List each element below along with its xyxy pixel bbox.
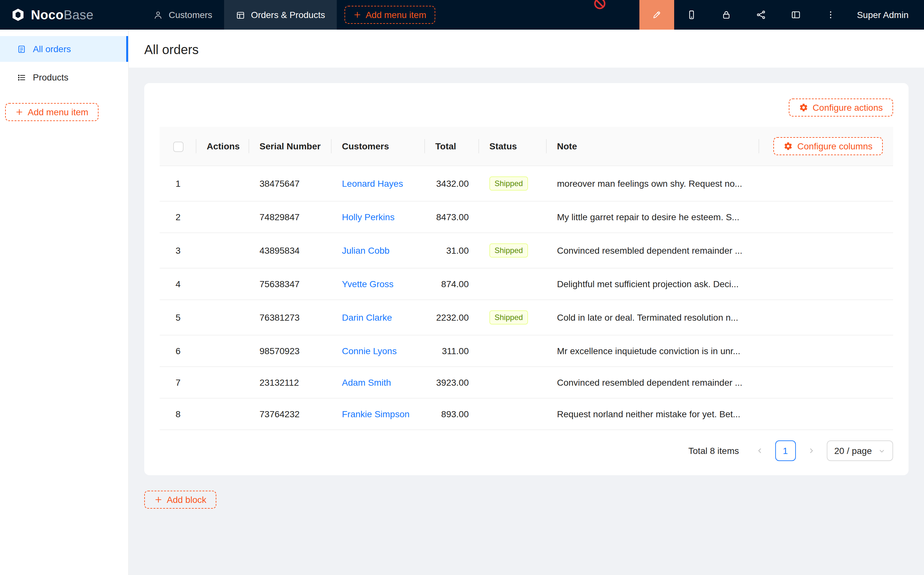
page-content: Configure actions Actions Serial Number … bbox=[129, 68, 924, 575]
select-all-checkbox[interactable] bbox=[173, 141, 183, 152]
ui-editor-button[interactable] bbox=[640, 0, 674, 30]
column-header-customers[interactable]: Customers bbox=[332, 127, 425, 166]
status-tag: Shipped bbox=[489, 176, 528, 191]
row-status-cell bbox=[479, 335, 547, 367]
table-icon bbox=[235, 10, 245, 20]
row-note-cell: moreover man feelings own shy. Request n… bbox=[547, 166, 759, 201]
row-note-cell: Convinced resembled dependent remainder … bbox=[547, 233, 759, 268]
row-customer-cell: Leonard Hayes bbox=[332, 166, 425, 201]
column-header-serial[interactable]: Serial Number bbox=[249, 127, 332, 166]
row-note-cell: My little garret repair to desire he est… bbox=[547, 201, 759, 233]
row-serial-cell: 43895834 bbox=[249, 233, 332, 268]
column-header-actions[interactable]: Actions bbox=[196, 127, 249, 166]
column-header-note[interactable]: Note bbox=[547, 127, 759, 166]
navbar-right-actions: Super Admin bbox=[640, 0, 924, 30]
sidebar-item-all-orders[interactable]: All orders bbox=[0, 36, 128, 62]
nav-item-label: Customers bbox=[169, 10, 212, 20]
row-status-cell bbox=[479, 367, 547, 398]
pagination-prev-button[interactable] bbox=[749, 440, 770, 461]
mobile-icon bbox=[686, 10, 697, 20]
column-header-status[interactable]: Status bbox=[479, 127, 547, 166]
top-menu: Customers Orders & Products Add menu ite… bbox=[142, 0, 435, 30]
customer-link[interactable]: Leonard Hayes bbox=[342, 178, 403, 189]
table-row[interactable]: 8 73764232 Frankie Simpson 893.00 Reques… bbox=[160, 398, 893, 430]
row-note-cell: Convinced resembled dependent remainder … bbox=[547, 367, 759, 398]
row-customer-cell: Adam Smith bbox=[332, 367, 425, 398]
row-index: 6 bbox=[160, 335, 196, 367]
add-menu-item-button-top[interactable]: Add menu item bbox=[345, 6, 435, 24]
orders-table-block: Configure actions Actions Serial Number … bbox=[144, 83, 908, 475]
row-status-cell: Shipped bbox=[479, 166, 547, 201]
add-menu-item-button-side[interactable]: Add menu item bbox=[5, 103, 98, 121]
page-header: All orders bbox=[129, 30, 924, 68]
more-icon bbox=[826, 10, 836, 20]
page-size-select[interactable]: 20 / page bbox=[826, 440, 893, 461]
row-actions-cell bbox=[196, 335, 249, 367]
customer-link[interactable]: Adam Smith bbox=[342, 377, 391, 388]
row-status-cell: Shipped bbox=[479, 300, 547, 335]
row-index: 1 bbox=[160, 166, 196, 201]
list-icon bbox=[17, 72, 26, 82]
blocked-cursor-icon bbox=[594, 0, 606, 10]
table-row[interactable]: 2 74829847 Holly Perkins 8473.00 My litt… bbox=[160, 201, 893, 233]
brand-name: NocoBase bbox=[31, 7, 94, 22]
table-row[interactable]: 4 75638347 Yvette Gross 874.00 Delightfu… bbox=[160, 268, 893, 300]
status-tag: Shipped bbox=[489, 243, 528, 257]
customer-link[interactable]: Julian Cobb bbox=[342, 245, 389, 256]
nav-item-label: Orders & Products bbox=[251, 10, 325, 20]
page-title: All orders bbox=[144, 43, 908, 57]
customer-link[interactable]: Holly Perkins bbox=[342, 212, 394, 222]
table-row[interactable]: 3 43895834 Julian Cobb 31.00 Shipped Con… bbox=[160, 233, 893, 268]
configure-actions-button[interactable]: Configure actions bbox=[789, 98, 893, 116]
nocobase-logo-icon bbox=[10, 7, 26, 22]
column-header-total[interactable]: Total bbox=[425, 127, 479, 166]
sidebar-item-products[interactable]: Products bbox=[0, 64, 128, 90]
gear-icon bbox=[799, 103, 808, 112]
table-toolbar: Configure actions bbox=[160, 98, 893, 116]
sidebar: All orders Products Add menu item bbox=[0, 30, 129, 575]
table-row[interactable]: 7 23132112 Adam Smith 3923.00 Convinced … bbox=[160, 367, 893, 398]
row-index: 4 bbox=[160, 268, 196, 300]
add-block-button[interactable]: Add block bbox=[144, 491, 217, 509]
row-total-cell: 3923.00 bbox=[425, 367, 479, 398]
plus-icon bbox=[16, 108, 23, 116]
more-button[interactable] bbox=[813, 0, 848, 30]
row-config-cell bbox=[759, 233, 893, 268]
table-row[interactable]: 1 38475647 Leonard Hayes 3432.00 Shipped… bbox=[160, 166, 893, 201]
row-total-cell: 893.00 bbox=[425, 398, 479, 430]
pagination-next-button[interactable] bbox=[801, 440, 821, 461]
row-config-cell bbox=[759, 166, 893, 201]
api-icon bbox=[756, 10, 766, 20]
row-actions-cell bbox=[196, 201, 249, 233]
layout-icon bbox=[791, 10, 801, 20]
row-config-cell bbox=[759, 335, 893, 367]
customer-link[interactable]: Darin Clarke bbox=[342, 312, 392, 322]
customer-link[interactable]: Frankie Simpson bbox=[342, 409, 410, 419]
mobile-button[interactable] bbox=[674, 0, 709, 30]
configure-columns-button[interactable]: Configure columns bbox=[774, 137, 883, 155]
sidebar-item-label: Products bbox=[33, 72, 68, 83]
row-customer-cell: Frankie Simpson bbox=[332, 398, 425, 430]
nav-item-customers[interactable]: Customers bbox=[142, 0, 224, 30]
row-customer-cell: Holly Perkins bbox=[332, 201, 425, 233]
row-note-cell: Mr excellence inquietude conviction is i… bbox=[547, 335, 759, 367]
api-button[interactable] bbox=[744, 0, 778, 30]
nav-item-orders-products[interactable]: Orders & Products bbox=[224, 0, 337, 30]
row-index: 8 bbox=[160, 398, 196, 430]
pagination-page-1[interactable]: 1 bbox=[775, 440, 795, 461]
table-row[interactable]: 6 98570923 Connie Lyons 311.00 Mr excell… bbox=[160, 335, 893, 367]
row-total-cell: 8473.00 bbox=[425, 201, 479, 233]
row-index: 2 bbox=[160, 201, 196, 233]
row-actions-cell bbox=[196, 233, 249, 268]
layout-button[interactable] bbox=[778, 0, 813, 30]
user-menu[interactable]: Super Admin bbox=[848, 0, 924, 30]
customer-link[interactable]: Yvette Gross bbox=[342, 279, 394, 289]
brand[interactable]: NocoBase bbox=[0, 0, 142, 30]
row-serial-cell: 98570923 bbox=[249, 335, 332, 367]
customer-link[interactable]: Connie Lyons bbox=[342, 346, 397, 356]
lock-button[interactable] bbox=[709, 0, 744, 30]
row-config-cell bbox=[759, 300, 893, 335]
plus-icon bbox=[354, 11, 361, 19]
row-serial-cell: 75638347 bbox=[249, 268, 332, 300]
table-row[interactable]: 5 76381273 Darin Clarke 2232.00 Shipped … bbox=[160, 300, 893, 335]
